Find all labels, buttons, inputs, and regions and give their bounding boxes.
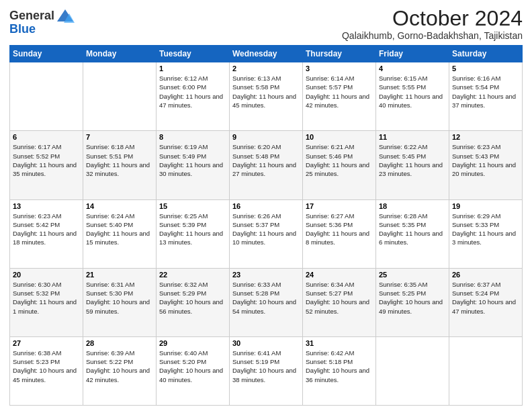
table-row xyxy=(83,62,157,131)
day-info: Sunrise: 6:34 AMSunset: 5:27 PMDaylight:… xyxy=(306,280,373,316)
day-info: Sunrise: 6:42 AMSunset: 5:18 PMDaylight:… xyxy=(306,349,373,384)
day-number: 15 xyxy=(159,202,226,210)
table-row xyxy=(449,336,523,405)
day-number: 17 xyxy=(306,202,373,210)
table-row: 19Sunrise: 6:29 AMSunset: 5:33 PMDayligh… xyxy=(449,199,523,268)
table-row: 20Sunrise: 6:30 AMSunset: 5:32 PMDayligh… xyxy=(10,268,83,336)
calendar-week-row: 13Sunrise: 6:23 AMSunset: 5:42 PMDayligh… xyxy=(10,199,523,268)
table-row: 29Sunrise: 6:40 AMSunset: 5:20 PMDayligh… xyxy=(157,336,230,405)
table-row: 18Sunrise: 6:28 AMSunset: 5:35 PMDayligh… xyxy=(376,199,449,268)
day-number: 31 xyxy=(306,339,373,347)
day-number: 1 xyxy=(159,64,226,73)
day-info: Sunrise: 6:20 AMSunset: 5:48 PMDaylight:… xyxy=(232,142,300,178)
col-wednesday: Wednesday xyxy=(230,46,303,62)
day-number: 5 xyxy=(452,64,519,73)
day-info: Sunrise: 6:19 AMSunset: 5:49 PMDaylight:… xyxy=(159,142,226,178)
table-row: 15Sunrise: 6:25 AMSunset: 5:39 PMDayligh… xyxy=(157,199,230,268)
day-number: 22 xyxy=(159,271,226,279)
day-info: Sunrise: 6:37 AMSunset: 5:24 PMDaylight:… xyxy=(452,280,519,316)
table-row: 9Sunrise: 6:20 AMSunset: 5:48 PMDaylight… xyxy=(230,131,303,199)
day-number: 18 xyxy=(379,202,446,210)
day-info: Sunrise: 6:39 AMSunset: 5:22 PMDaylight:… xyxy=(86,349,153,384)
title-block: October 2024 Qalaikhumb, Gorno-Badakhsha… xyxy=(342,7,523,41)
col-thursday: Thursday xyxy=(303,46,376,62)
calendar-week-row: 20Sunrise: 6:30 AMSunset: 5:32 PMDayligh… xyxy=(10,268,523,336)
location-title: Qalaikhumb, Gorno-Badakhshan, Tajikistan xyxy=(342,30,523,41)
table-row: 22Sunrise: 6:32 AMSunset: 5:29 PMDayligh… xyxy=(157,268,230,336)
day-info: Sunrise: 6:21 AMSunset: 5:46 PMDaylight:… xyxy=(306,142,373,178)
day-number: 3 xyxy=(306,64,373,73)
table-row: 25Sunrise: 6:35 AMSunset: 5:25 PMDayligh… xyxy=(376,268,449,336)
table-row xyxy=(376,336,449,405)
table-row: 8Sunrise: 6:19 AMSunset: 5:49 PMDaylight… xyxy=(157,131,230,199)
day-info: Sunrise: 6:38 AMSunset: 5:23 PMDaylight:… xyxy=(13,349,80,384)
table-row: 27Sunrise: 6:38 AMSunset: 5:23 PMDayligh… xyxy=(10,336,83,405)
day-number: 28 xyxy=(86,339,153,347)
day-info: Sunrise: 6:23 AMSunset: 5:43 PMDaylight:… xyxy=(452,142,519,178)
col-monday: Monday xyxy=(83,46,157,62)
table-row: 23Sunrise: 6:33 AMSunset: 5:28 PMDayligh… xyxy=(230,268,303,336)
day-number: 6 xyxy=(13,133,80,141)
table-row: 31Sunrise: 6:42 AMSunset: 5:18 PMDayligh… xyxy=(303,336,376,405)
day-info: Sunrise: 6:13 AMSunset: 5:58 PMDaylight:… xyxy=(232,74,300,109)
day-info: Sunrise: 6:41 AMSunset: 5:19 PMDaylight:… xyxy=(232,349,300,384)
calendar-week-row: 6Sunrise: 6:17 AMSunset: 5:52 PMDaylight… xyxy=(10,131,523,199)
day-number: 29 xyxy=(159,339,226,347)
table-row: 26Sunrise: 6:37 AMSunset: 5:24 PMDayligh… xyxy=(449,268,523,336)
day-number: 20 xyxy=(13,271,80,279)
table-row: 24Sunrise: 6:34 AMSunset: 5:27 PMDayligh… xyxy=(303,268,376,336)
logo-icon xyxy=(56,7,75,26)
day-number: 9 xyxy=(232,133,300,141)
day-info: Sunrise: 6:18 AMSunset: 5:51 PMDaylight:… xyxy=(86,142,153,178)
table-row: 30Sunrise: 6:41 AMSunset: 5:19 PMDayligh… xyxy=(230,336,303,405)
day-info: Sunrise: 6:32 AMSunset: 5:29 PMDaylight:… xyxy=(159,280,226,316)
table-row: 7Sunrise: 6:18 AMSunset: 5:51 PMDaylight… xyxy=(83,131,157,199)
col-saturday: Saturday xyxy=(449,46,523,62)
table-row: 2Sunrise: 6:13 AMSunset: 5:58 PMDaylight… xyxy=(230,62,303,131)
day-info: Sunrise: 6:23 AMSunset: 5:42 PMDaylight:… xyxy=(13,212,80,247)
day-info: Sunrise: 6:30 AMSunset: 5:32 PMDaylight:… xyxy=(13,280,80,316)
day-info: Sunrise: 6:27 AMSunset: 5:36 PMDaylight:… xyxy=(306,212,373,247)
table-row: 28Sunrise: 6:39 AMSunset: 5:22 PMDayligh… xyxy=(83,336,157,405)
table-row: 17Sunrise: 6:27 AMSunset: 5:36 PMDayligh… xyxy=(303,199,376,268)
logo: General Blue xyxy=(9,7,75,36)
day-number: 26 xyxy=(452,271,519,279)
day-number: 7 xyxy=(86,133,153,141)
day-info: Sunrise: 6:33 AMSunset: 5:28 PMDaylight:… xyxy=(232,280,300,316)
day-info: Sunrise: 6:35 AMSunset: 5:25 PMDaylight:… xyxy=(379,280,446,316)
day-number: 11 xyxy=(379,133,446,141)
day-info: Sunrise: 6:29 AMSunset: 5:33 PMDaylight:… xyxy=(452,212,519,247)
day-number: 12 xyxy=(452,133,519,141)
day-info: Sunrise: 6:14 AMSunset: 5:57 PMDaylight:… xyxy=(306,74,373,109)
day-info: Sunrise: 6:17 AMSunset: 5:52 PMDaylight:… xyxy=(13,142,80,178)
day-info: Sunrise: 6:22 AMSunset: 5:45 PMDaylight:… xyxy=(379,142,446,178)
day-number: 19 xyxy=(452,202,519,210)
day-number: 14 xyxy=(86,202,153,210)
day-info: Sunrise: 6:40 AMSunset: 5:20 PMDaylight:… xyxy=(159,349,226,384)
calendar-week-row: 27Sunrise: 6:38 AMSunset: 5:23 PMDayligh… xyxy=(10,336,523,405)
col-sunday: Sunday xyxy=(10,46,83,62)
month-title: October 2024 xyxy=(342,7,523,30)
day-info: Sunrise: 6:12 AMSunset: 6:00 PMDaylight:… xyxy=(159,74,226,109)
table-row: 16Sunrise: 6:26 AMSunset: 5:37 PMDayligh… xyxy=(230,199,303,268)
day-info: Sunrise: 6:31 AMSunset: 5:30 PMDaylight:… xyxy=(86,280,153,316)
table-row: 6Sunrise: 6:17 AMSunset: 5:52 PMDaylight… xyxy=(10,131,83,199)
day-info: Sunrise: 6:24 AMSunset: 5:40 PMDaylight:… xyxy=(86,212,153,247)
col-friday: Friday xyxy=(376,46,449,62)
calendar-header-row: Sunday Monday Tuesday Wednesday Thursday… xyxy=(10,46,523,62)
day-info: Sunrise: 6:28 AMSunset: 5:35 PMDaylight:… xyxy=(379,212,446,247)
table-row: 14Sunrise: 6:24 AMSunset: 5:40 PMDayligh… xyxy=(83,199,157,268)
logo-general-text: General xyxy=(9,9,54,23)
table-row xyxy=(10,62,83,131)
calendar-table: Sunday Monday Tuesday Wednesday Thursday… xyxy=(9,45,523,406)
day-number: 30 xyxy=(232,339,300,347)
day-number: 10 xyxy=(306,133,373,141)
day-number: 2 xyxy=(232,64,300,73)
day-number: 8 xyxy=(159,133,226,141)
header: General Blue October 2024 Qalaikhumb, Go… xyxy=(9,7,523,41)
table-row: 12Sunrise: 6:23 AMSunset: 5:43 PMDayligh… xyxy=(449,131,523,199)
table-row: 11Sunrise: 6:22 AMSunset: 5:45 PMDayligh… xyxy=(376,131,449,199)
day-number: 16 xyxy=(232,202,300,210)
table-row: 5Sunrise: 6:16 AMSunset: 5:54 PMDaylight… xyxy=(449,62,523,131)
day-number: 23 xyxy=(232,271,300,279)
